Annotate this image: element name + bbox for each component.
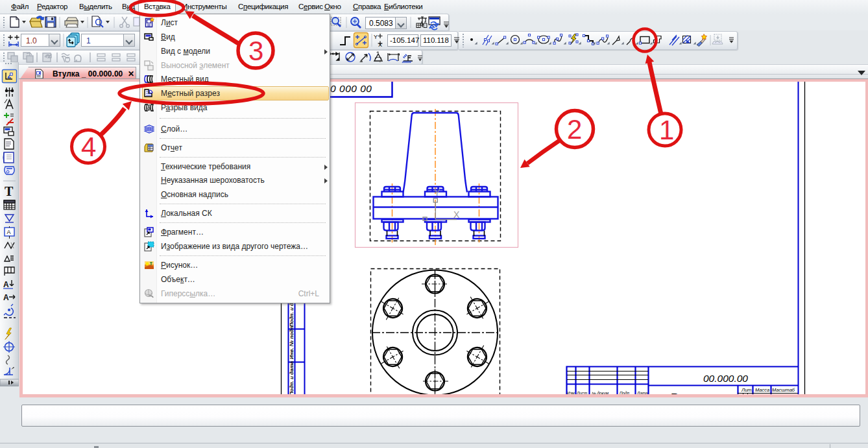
svg-text:A: A [3, 293, 9, 302]
svg-text:Дата: Дата [636, 391, 648, 394]
svg-text:Подп.: Подп. [620, 391, 631, 394]
svg-text:В: В [669, 390, 679, 394]
svg-text:Масса: Масса [755, 387, 769, 393]
svg-text:T: T [5, 184, 14, 198]
svg-text:A: A [3, 280, 9, 289]
svg-text:Y: Y [434, 187, 440, 198]
svg-text:A: A [7, 229, 11, 235]
svg-text:00 000 00: 00 000 00 [324, 83, 372, 94]
svg-text:Лист: Лист [576, 391, 587, 394]
svg-text:Подп. и дата: Подп. и дата [289, 360, 295, 394]
svg-text:Масштаб: Масштаб [772, 387, 795, 393]
svg-text:Инв. № подл.: Инв. № подл. [289, 325, 295, 359]
svg-text:№ докум.: № докум. [592, 391, 610, 394]
svg-text:X: X [453, 209, 460, 220]
svg-text:Лит.: Лит. [741, 387, 753, 393]
svg-text:Изм: Изм [567, 391, 575, 394]
svg-text:00.000.00: 00.000.00 [703, 373, 748, 384]
svg-text:Y: Y [374, 34, 378, 40]
